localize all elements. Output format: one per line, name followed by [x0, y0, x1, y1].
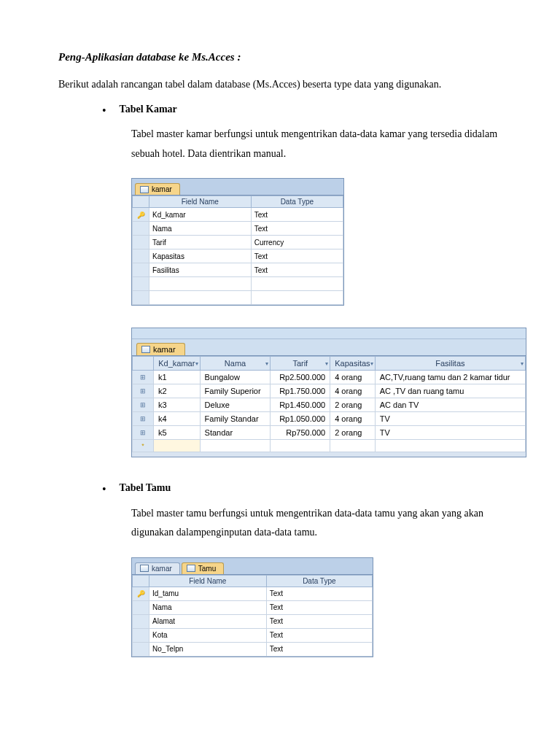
row-selector[interactable] — [133, 277, 149, 291]
new-row-icon: * — [133, 440, 154, 452]
intro-paragraph: Berikut adalah rancangan tabel dalam dat… — [58, 77, 502, 92]
table-row: ⊞ k4 Family Standar Rp1.050.000 4 orang … — [133, 412, 526, 426]
cell[interactable]: Rp2.500.000 — [271, 371, 330, 384]
dropdown-icon[interactable]: ▾ — [370, 360, 373, 367]
new-row[interactable]: * — [133, 440, 526, 452]
cell[interactable]: Standar — [200, 426, 271, 440]
cell[interactable] — [154, 440, 201, 452]
row-selector[interactable] — [133, 642, 149, 656]
field-cell[interactable] — [149, 291, 252, 305]
cell[interactable]: TV — [375, 412, 525, 426]
type-cell[interactable] — [251, 277, 343, 291]
tab-kamar-inactive[interactable]: kamar — [135, 562, 180, 574]
col-field-name[interactable]: Field Name — [149, 575, 267, 587]
row-selector[interactable] — [133, 291, 149, 305]
type-cell[interactable]: Currency — [251, 236, 343, 249]
col-kd-kamar[interactable]: Kd_kamar▾ — [154, 357, 201, 371]
cell[interactable]: k5 — [154, 426, 201, 440]
field-cell[interactable]: Kota — [149, 628, 267, 642]
col-data-type[interactable]: Data Type — [266, 575, 372, 587]
cell[interactable]: 4 orang — [330, 384, 376, 398]
field-cell[interactable]: Kd_kamar — [149, 208, 252, 222]
bullet-tamu: • Tabel Tamu — [102, 482, 502, 496]
table-row: ⊞ k3 Deluxe Rp1.450.000 2 orang AC dan T… — [133, 398, 526, 412]
cell[interactable]: Family Superior — [200, 384, 271, 398]
cell[interactable] — [375, 440, 525, 452]
field-cell[interactable] — [149, 277, 252, 291]
col-nama[interactable]: Nama▾ — [200, 357, 271, 371]
col-kapasitas[interactable]: Kapasitas▾ — [330, 357, 376, 371]
cell[interactable]: Family Standar — [200, 412, 271, 426]
field-cell[interactable]: No_Telpn — [149, 642, 267, 656]
row-selector[interactable]: 🔑 — [133, 587, 149, 600]
table-row: ⊞ k5 Standar Rp750.000 2 orang TV — [133, 426, 526, 440]
row-selector[interactable] — [133, 222, 149, 236]
col-fasilitas[interactable]: Fasilitas▾ — [375, 357, 525, 371]
col-tarif[interactable]: Tarif▾ — [271, 357, 330, 371]
cell[interactable]: AC ,TV dan ruang tamu — [375, 384, 525, 398]
type-cell[interactable]: Text — [266, 587, 372, 600]
row-selector[interactable] — [133, 249, 149, 263]
dropdown-icon[interactable]: ▾ — [325, 360, 328, 367]
cell[interactable]: Bungalow — [200, 371, 271, 384]
field-cell[interactable]: Fasilitas — [149, 263, 252, 277]
cell[interactable]: Rp750.000 — [271, 426, 330, 440]
row-selector[interactable]: 🔑 — [133, 208, 149, 222]
field-cell[interactable]: Nama — [149, 600, 267, 614]
cell[interactable]: AC,TV,ruang tamu dan 2 kamar tidur — [375, 371, 525, 384]
dropdown-icon[interactable]: ▾ — [521, 360, 524, 367]
col-data-type[interactable]: Data Type — [251, 196, 343, 208]
field-cell[interactable]: Nama — [149, 222, 252, 236]
cell[interactable]: k2 — [154, 384, 201, 398]
type-cell[interactable]: Text — [266, 628, 372, 642]
row-selector[interactable] — [133, 263, 149, 277]
cell[interactable] — [200, 440, 271, 452]
field-cell[interactable]: Kapasitas — [149, 249, 252, 263]
tab-tamu[interactable]: Tamu — [182, 562, 224, 574]
cell[interactable]: Rp1.450.000 — [271, 398, 330, 412]
expand-icon[interactable]: ⊞ — [133, 412, 154, 426]
cell[interactable]: AC dan TV — [375, 398, 525, 412]
tab-kamar-data[interactable]: kamar — [136, 343, 185, 355]
row-selector[interactable] — [133, 628, 149, 642]
cell[interactable]: 4 orang — [330, 371, 376, 384]
type-cell[interactable]: Text — [251, 222, 343, 236]
cell[interactable]: 2 orang — [330, 398, 376, 412]
dropdown-icon[interactable]: ▾ — [195, 360, 198, 367]
row-selector[interactable] — [133, 614, 149, 628]
cell[interactable]: TV — [375, 426, 525, 440]
expand-icon[interactable]: ⊞ — [133, 398, 154, 412]
table-row: ⊞ k1 Bungalow Rp2.500.000 4 orang AC,TV,… — [133, 371, 526, 384]
field-cell[interactable]: Id_tamu — [149, 587, 267, 600]
cell[interactable] — [271, 440, 330, 452]
dropdown-icon[interactable]: ▾ — [265, 360, 268, 367]
type-cell[interactable]: Text — [266, 642, 372, 656]
type-cell[interactable]: Text — [251, 249, 343, 263]
row-selector[interactable] — [133, 236, 149, 249]
cell[interactable]: k3 — [154, 398, 201, 412]
type-cell[interactable]: Text — [266, 614, 372, 628]
type-cell[interactable]: Text — [251, 208, 343, 222]
cell[interactable]: 4 orang — [330, 412, 376, 426]
expand-icon[interactable]: ⊞ — [133, 371, 154, 384]
type-cell[interactable]: Text — [266, 600, 372, 614]
expand-icon[interactable]: ⊞ — [133, 384, 154, 398]
design-grid-kamar: Field Name Data Type 🔑 Kd_kamar Text Nam… — [132, 196, 343, 305]
cell[interactable]: Rp1.050.000 — [271, 412, 330, 426]
design-grid-tamu: Field Name Data Type 🔑 Id_tamu Text Nama… — [132, 575, 373, 657]
cell[interactable]: Deluxe — [200, 398, 271, 412]
row-selector[interactable] — [133, 600, 149, 614]
cell[interactable]: Rp1.750.000 — [271, 384, 330, 398]
cell[interactable]: 2 orang — [330, 426, 376, 440]
col-field-name[interactable]: Field Name — [149, 196, 252, 208]
table-icon — [140, 565, 149, 572]
type-cell[interactable] — [251, 291, 343, 305]
cell[interactable] — [330, 440, 376, 452]
field-cell[interactable]: Alamat — [149, 614, 267, 628]
field-cell[interactable]: Tarif — [149, 236, 252, 249]
tab-kamar[interactable]: kamar — [135, 183, 180, 195]
type-cell[interactable]: Text — [251, 263, 343, 277]
cell[interactable]: k4 — [154, 412, 201, 426]
expand-icon[interactable]: ⊞ — [133, 426, 154, 440]
cell[interactable]: k1 — [154, 371, 201, 384]
